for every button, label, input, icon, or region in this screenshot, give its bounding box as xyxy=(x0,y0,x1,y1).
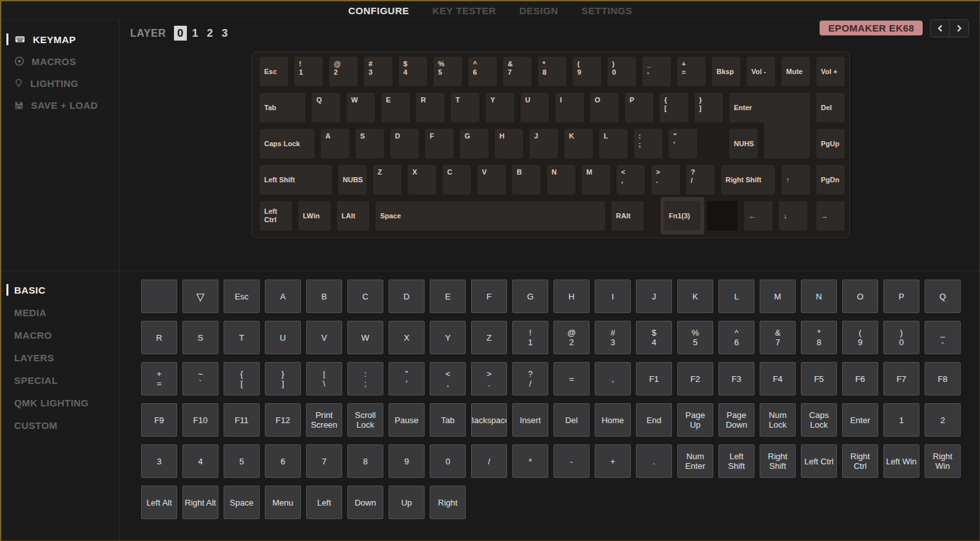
keycode-5[interactable]: %5 xyxy=(677,321,713,354)
key-symbol[interactable]: >. xyxy=(651,165,680,195)
keycode-up[interactable]: Up xyxy=(389,486,425,519)
keycode-page-up[interactable]: Page Up xyxy=(677,403,713,437)
key-y[interactable]: Y xyxy=(486,93,514,122)
keycode-2[interactable]: @2 xyxy=(553,321,590,354)
key-7[interactable]: &7 xyxy=(503,57,532,86)
keycode-f9[interactable]: F9 xyxy=(141,403,177,437)
keycode-symbol[interactable]: . xyxy=(636,444,672,478)
keycode-right-ctrl[interactable]: Right Ctrl xyxy=(842,444,878,478)
keycode-9[interactable]: (9 xyxy=(842,321,878,354)
keycode-m[interactable]: M xyxy=(760,280,796,313)
key-left-ctrl[interactable]: Left Ctrl xyxy=(260,201,292,231)
key-d[interactable]: D xyxy=(390,129,419,158)
key-p[interactable]: P xyxy=(625,93,653,122)
keycode-symbol[interactable]: , xyxy=(595,362,631,395)
keycode-x[interactable]: X xyxy=(389,321,425,354)
keycode-esc[interactable]: Esc xyxy=(224,280,260,313)
keycode-l[interactable]: L xyxy=(718,280,754,313)
keycode-z[interactable]: Z xyxy=(471,321,507,354)
keycode-print-screen[interactable]: Print Screen xyxy=(306,403,342,437)
keycode-f10[interactable]: F10 xyxy=(182,403,218,437)
key-symbol[interactable]: ?/ xyxy=(686,165,715,195)
keycode-right-shift[interactable]: Right Shift xyxy=(760,444,796,478)
keycode-8[interactable]: *8 xyxy=(801,321,837,354)
category-layers[interactable]: LAYERS xyxy=(1,346,119,369)
keycode-2[interactable]: 2 xyxy=(925,403,961,437)
key-symbol[interactable]: "' xyxy=(669,129,697,158)
keycode-symbol[interactable]: = xyxy=(553,362,590,395)
sidebar-item-lighting[interactable]: LIGHTING xyxy=(1,72,119,94)
key-nubs[interactable]: NUBS xyxy=(338,165,367,195)
key-j[interactable]: J xyxy=(530,129,558,158)
keycode-symbol[interactable]: <, xyxy=(430,362,466,395)
keycode-insert[interactable]: Insert xyxy=(512,403,548,437)
key-a[interactable]: A xyxy=(321,129,349,158)
key-6[interactable]: ^6 xyxy=(468,57,497,86)
keycode-menu[interactable]: Menu xyxy=(265,486,301,519)
keycode-symbol[interactable]: "' xyxy=(389,362,425,395)
keycode-q[interactable]: Q xyxy=(925,280,961,313)
key-caps-lock[interactable]: Caps Lock xyxy=(260,129,314,158)
keycode-empty[interactable] xyxy=(141,280,177,313)
key-pgdn[interactable]: PgDn xyxy=(816,165,845,195)
keycode-f5[interactable]: F5 xyxy=(801,362,837,395)
keycode-left-ctrl[interactable]: Left Ctrl xyxy=(801,444,837,478)
keycode-4[interactable]: $4 xyxy=(636,321,672,354)
next-device-button[interactable] xyxy=(949,20,968,37)
keycode-6[interactable]: ^6 xyxy=(718,321,754,354)
key-symbol[interactable]: += xyxy=(677,57,706,86)
tab-design[interactable]: DESIGN xyxy=(519,5,559,16)
keycode-3[interactable]: 3 xyxy=(141,444,177,478)
keycode-a[interactable]: A xyxy=(265,280,301,313)
keycode-symbol[interactable]: + xyxy=(595,444,631,478)
keycode-symbol[interactable]: - xyxy=(553,444,590,478)
keycode-right-alt[interactable]: Right Alt xyxy=(182,486,218,519)
keycode-f1[interactable]: F1 xyxy=(636,362,672,395)
key-g[interactable]: G xyxy=(460,129,488,158)
key-1[interactable]: !1 xyxy=(294,57,323,86)
keycode-h[interactable]: H xyxy=(553,280,590,313)
keycode-y[interactable]: Y xyxy=(430,321,466,354)
key-symbol[interactable]: :; xyxy=(634,129,662,158)
keycode-transparent[interactable]: ▽ xyxy=(182,280,218,313)
keycode-caps-lock[interactable]: Caps Lock xyxy=(801,403,837,437)
key-vol[interactable]: Vol + xyxy=(816,57,845,86)
key-0[interactable]: )0 xyxy=(608,57,636,86)
sidebar-item-save-load[interactable]: SAVE + LOAD xyxy=(1,94,119,116)
keycode-i[interactable]: I xyxy=(595,280,631,313)
category-custom[interactable]: CUSTOM xyxy=(1,414,119,437)
keycode-symbol[interactable]: >. xyxy=(471,362,507,395)
keycode-f7[interactable]: F7 xyxy=(883,362,919,395)
keycode-f6[interactable]: F6 xyxy=(842,362,878,395)
keycode-c[interactable]: C xyxy=(347,280,383,313)
key-ralt[interactable]: RAlt xyxy=(611,201,644,231)
keycode-symbol[interactable]: {[ xyxy=(224,362,260,395)
keycode-home[interactable]: Home xyxy=(595,403,631,437)
key-o[interactable]: O xyxy=(590,93,619,122)
key-5[interactable]: %5 xyxy=(434,57,462,86)
keycode-p[interactable]: P xyxy=(883,280,919,313)
keycode-del[interactable]: Del xyxy=(553,403,590,437)
keycode-symbol[interactable]: :; xyxy=(347,362,383,395)
key-symbol[interactable]: → xyxy=(816,201,845,231)
keycode-symbol[interactable]: / xyxy=(471,444,507,478)
key-z[interactable]: Z xyxy=(373,165,401,195)
keycode-symbol[interactable]: ?/ xyxy=(512,362,548,395)
keycode-page-down[interactable]: Page Down xyxy=(718,403,754,437)
keycode-symbol[interactable]: += xyxy=(141,362,177,395)
sidebar-item-macros[interactable]: MACROS xyxy=(1,50,119,72)
key-bksp[interactable]: Bksp xyxy=(712,57,740,86)
keycode-right-win[interactable]: Right Win xyxy=(925,444,961,478)
keycode-enter[interactable]: Enter xyxy=(842,403,878,437)
keycode-f8[interactable]: F8 xyxy=(925,362,961,395)
keycode-f3[interactable]: F3 xyxy=(718,362,754,395)
key-r[interactable]: R xyxy=(416,93,445,122)
key-symbol[interactable]: }] xyxy=(695,93,723,122)
key-lwin[interactable]: LWin xyxy=(298,201,331,231)
key-symbol[interactable]: <, xyxy=(617,165,645,195)
key-nuhs[interactable]: NUHS xyxy=(729,129,758,158)
keycode-d[interactable]: D xyxy=(389,280,425,313)
keycode-left-shift[interactable]: Left Shift xyxy=(718,444,754,478)
key-space[interactable]: Space xyxy=(376,201,605,231)
keycode-8[interactable]: 8 xyxy=(347,444,383,478)
